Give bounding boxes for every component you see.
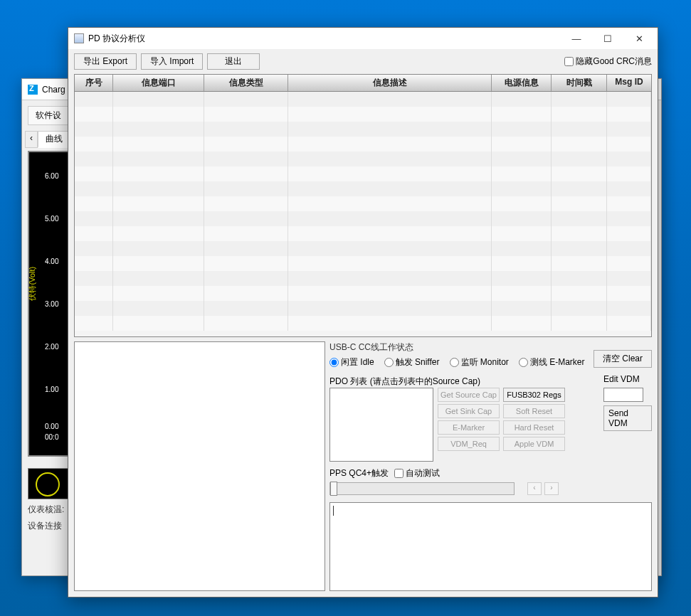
hide-crc-checkbox-input[interactable] <box>564 57 574 66</box>
pps-slider-thumb[interactable] <box>330 482 337 496</box>
text-cursor-icon <box>333 506 334 516</box>
pps-row: PPS QC4+触发 自动测试 <box>329 467 652 479</box>
edit-vdm-label: Edit VDM <box>603 374 652 384</box>
pdo-button-grid: Get Source Cap FUSB302 Regs Get Sink Cap… <box>438 388 565 462</box>
grid-header-desc[interactable]: 信息描述 <box>288 75 492 91</box>
bg-settings-button[interactable]: 软件设 <box>28 106 69 125</box>
auto-test-checkbox-input[interactable] <box>394 469 403 478</box>
bg-tick: 6.00 <box>45 172 58 180</box>
vdm-input[interactable] <box>603 388 643 402</box>
radio-emarker[interactable]: 测线 E-Marker <box>519 356 585 368</box>
app-icon <box>74 33 84 43</box>
bg-gauge-circle-icon <box>36 472 60 496</box>
soft-reset-button[interactable]: Soft Reset <box>503 404 565 418</box>
vdm-column: Edit VDM Send VDM <box>603 374 652 431</box>
main-window: PD 协议分析仪 — ☐ ✕ 导出 Export 导入 Import 退出 隐藏… <box>68 27 658 598</box>
window-title: PD 协议分析仪 <box>88 33 561 45</box>
grid-header-timestamp[interactable]: 时间戳 <box>552 75 607 91</box>
pps-slider[interactable] <box>329 482 515 495</box>
get-source-cap-button[interactable]: Get Source Cap <box>438 388 500 402</box>
bg-tab-curve[interactable]: 曲线 <box>38 131 70 148</box>
bg-tick: 3.00 <box>45 300 58 308</box>
pps-step-right-button[interactable]: › <box>544 482 559 495</box>
emarker-button[interactable]: E-Marker <box>438 420 500 435</box>
auto-test-label: 自动测试 <box>406 467 440 479</box>
auto-test-checkbox[interactable]: 自动测试 <box>394 467 440 479</box>
right-column: USB-C CC线工作状态 闲置 Idle 触发 Sniffer 监听 Moni… <box>329 341 652 591</box>
cc-state-label: USB-C CC线工作状态 <box>329 341 588 354</box>
pdo-row: Get Source Cap FUSB302 Regs Get Sink Cap… <box>329 388 595 462</box>
pps-step-left-button[interactable]: ‹ <box>527 482 542 495</box>
pps-label: PPS QC4+触发 <box>329 467 389 479</box>
clear-button[interactable]: 清空 Clear <box>594 350 652 368</box>
export-button[interactable]: 导出 Export <box>74 53 137 70</box>
radio-emarker-input[interactable] <box>519 358 528 367</box>
toolbar: 导出 Export 导入 Import 退出 隐藏Good CRC消息 <box>68 49 658 74</box>
bg-tick: 0.00 <box>45 423 58 430</box>
radio-sniffer-input[interactable] <box>384 358 394 367</box>
bg-tick: 4.00 <box>45 257 58 265</box>
cc-state-radios: 闲置 Idle 触发 Sniffer 监听 Monitor 测线 E-Marke… <box>329 355 588 373</box>
radio-idle-input[interactable] <box>329 358 339 367</box>
bg-x-tick: 00:0 <box>45 433 58 441</box>
bg-tab-scroll-left[interactable]: ‹ <box>25 131 38 147</box>
pdo-listbox[interactable] <box>329 388 433 462</box>
pdo-list-label: PDO 列表 (请点击列表中的Source Cap) <box>329 376 595 388</box>
bg-tick: 5.00 <box>45 215 58 223</box>
bg-app-icon <box>28 85 38 95</box>
grid-header-power[interactable]: 电源信息 <box>492 75 552 91</box>
bg-title: Charg <box>42 85 65 95</box>
grid-body[interactable] <box>75 92 651 336</box>
minimize-button[interactable]: — <box>561 28 592 48</box>
grid-header-port[interactable]: 信息端口 <box>113 75 204 91</box>
grid-header-msgid[interactable]: Msg ID <box>607 75 651 91</box>
titlebar[interactable]: PD 协议分析仪 — ☐ ✕ <box>68 28 658 49</box>
get-sink-cap-button[interactable]: Get Sink Cap <box>438 404 500 418</box>
close-button[interactable]: ✕ <box>623 28 655 48</box>
grid-header-row: 序号 信息端口 信息类型 信息描述 电源信息 时间戳 Msg ID <box>75 75 651 92</box>
bg-tick: 1.00 <box>45 386 58 393</box>
exit-button[interactable]: 退出 <box>207 53 260 70</box>
bg-chart-ylabel: 伏特(Volt) <box>27 267 38 301</box>
hard-reset-button[interactable]: Hard Reset <box>503 420 565 435</box>
fusb302-regs-button[interactable]: FUSB302 Regs <box>503 388 565 402</box>
radio-monitor-input[interactable] <box>450 358 459 367</box>
apple-vdm-button[interactable]: Apple VDM <box>503 437 565 451</box>
left-listbox[interactable] <box>74 341 325 591</box>
radio-monitor[interactable]: 监听 Monitor <box>450 356 509 368</box>
send-vdm-button[interactable]: Send VDM <box>603 405 652 431</box>
pps-slider-row: ‹ › <box>329 482 652 495</box>
grid-header-seq[interactable]: 序号 <box>75 75 113 91</box>
hide-crc-checkbox[interactable]: 隐藏Good CRC消息 <box>564 55 652 68</box>
output-textarea[interactable] <box>329 502 652 591</box>
radio-idle[interactable]: 闲置 Idle <box>329 356 374 368</box>
lower-panel: USB-C CC线工作状态 闲置 Idle 触发 Sniffer 监听 Moni… <box>68 337 658 597</box>
message-grid[interactable]: 序号 信息端口 信息类型 信息描述 电源信息 时间戳 Msg ID <box>74 74 652 337</box>
vdm-req-button[interactable]: VDM_Req <box>438 437 500 451</box>
grid-header-type[interactable]: 信息类型 <box>204 75 288 91</box>
bg-tick: 2.00 <box>45 343 58 351</box>
hide-crc-label: 隐藏Good CRC消息 <box>576 55 652 68</box>
import-button[interactable]: 导入 Import <box>141 53 203 70</box>
radio-sniffer[interactable]: 触发 Sniffer <box>384 356 440 368</box>
maximize-button[interactable]: ☐ <box>592 28 623 48</box>
